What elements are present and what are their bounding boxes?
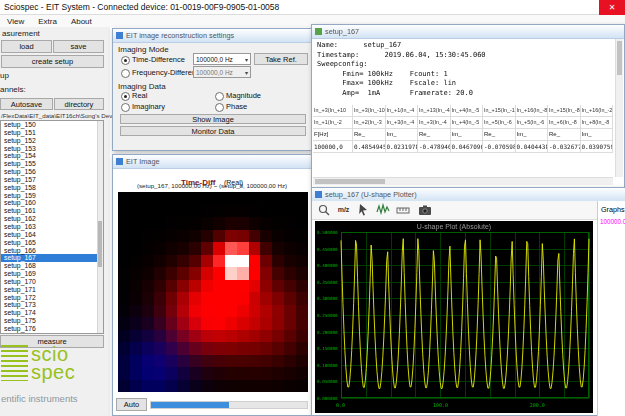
time-difference-label: Time-Difference — [132, 55, 185, 64]
mz-icon[interactable]: m/z — [336, 203, 351, 217]
setup-list-item[interactable]: setup_173 — [1, 301, 103, 309]
measurement-header: asurement — [2, 29, 40, 38]
setup-list-item[interactable]: setup_169 — [1, 270, 103, 278]
camera-icon[interactable] — [418, 203, 433, 217]
setup-list-item[interactable]: setup_168 — [1, 262, 103, 270]
directory-button[interactable]: directory — [54, 98, 104, 110]
phase-radio[interactable] — [215, 103, 224, 112]
magnitude-radio[interactable] — [215, 92, 224, 101]
setup-list-item[interactable]: setup_157 — [1, 176, 103, 184]
table-cell: In_+3(In_-4 — [386, 117, 419, 129]
setup-list-item[interactable]: setup_161 — [1, 207, 103, 215]
table-cell: 100000,0 — [313, 141, 353, 153]
recon-settings-titlebar[interactable]: EIT image reconstruction settings — [113, 29, 311, 43]
setup-list-item[interactable]: setup_167 — [1, 254, 103, 262]
frequency-dropdown-1[interactable]: 100000,0 Hz — [193, 53, 251, 65]
table-cell: 0.04044387 — [516, 141, 549, 153]
setup-list-item[interactable]: setup_170 — [1, 278, 103, 286]
table-cell: Re_ — [548, 129, 581, 141]
setup-list-item[interactable]: setup_175 — [1, 317, 103, 325]
cursor-icon[interactable] — [356, 203, 371, 217]
image-scrollbar[interactable] — [150, 401, 308, 409]
recon-settings-window: EIT image reconstruction settings Imagin… — [112, 28, 312, 151]
channels-label: annels: — [0, 85, 26, 94]
setup-data-window-icon — [315, 28, 322, 35]
table-cell: F[Hz] — [313, 129, 353, 141]
close-icon[interactable]: ✕ — [599, 0, 625, 15]
setup-list-item[interactable]: setup_151 — [1, 129, 103, 137]
setup-list-item[interactable]: setup_159 — [1, 192, 103, 200]
save-button[interactable]: save — [53, 40, 104, 53]
setup-list-item[interactable]: setup_160 — [1, 199, 103, 207]
setup-list-item[interactable]: setup_150 — [1, 121, 103, 129]
setup-list-item[interactable]: setup_155 — [1, 160, 103, 168]
frequency-difference-radio[interactable] — [121, 69, 130, 78]
autosave-button[interactable]: Autosave — [0, 98, 53, 110]
setup-list-scrollbar-thumb[interactable] — [98, 221, 102, 267]
setup-list-item[interactable]: setup_162 — [1, 215, 103, 223]
frequency-value-1: 100000,0 Hz — [196, 56, 233, 63]
setup-data-titlebar[interactable]: setup_167 — [312, 25, 624, 39]
ruler-icon[interactable] — [396, 203, 411, 217]
graphs-panel-title: Graphs — [601, 205, 625, 214]
data-vertical-scrollbar[interactable] — [615, 39, 623, 177]
imaginary-label: Imaginary — [132, 102, 165, 111]
table-cell: In_+16(In_-8 — [516, 105, 549, 117]
waveform-icon[interactable] — [376, 203, 391, 217]
setup-list-item[interactable]: setup_153 — [1, 145, 103, 153]
phase-label: Phase — [226, 102, 247, 111]
table-cell: Re_ — [483, 129, 516, 141]
setup-list-item[interactable]: setup_158 — [1, 184, 103, 192]
create-setup-button[interactable]: create setup — [1, 55, 104, 68]
table-cell: In_+8(In_-8 — [581, 117, 614, 129]
ushape-plot-canvas[interactable] — [315, 221, 593, 413]
setup-list-item[interactable]: setup_171 — [1, 286, 103, 294]
data-horizontal-scrollbar-thumb[interactable] — [315, 179, 385, 184]
graph-series-label[interactable]: 100000.0 Hz — [600, 218, 625, 225]
setup-list-item[interactable]: setup_174 — [1, 309, 103, 317]
ushape-plotter-titlebar[interactable]: setup_167 (U-shape Plotter) — [312, 188, 625, 202]
data-path-label: /FlexData\EIT_data\EIT16ch\Song's Device — [1, 112, 120, 119]
eit-image-window: EIT Image Time-Diff (Real) (setup_167, 1… — [112, 154, 312, 416]
zoom-icon[interactable] — [317, 203, 332, 217]
show-image-button[interactable]: Show Image — [120, 114, 306, 124]
plotter-toolbar: m/z — [312, 201, 597, 220]
data-vertical-scrollbar-thumb[interactable] — [617, 41, 622, 75]
logo-word2: spec — [31, 363, 75, 381]
load-button[interactable]: load — [1, 40, 52, 53]
menu-item-view[interactable]: View — [0, 17, 31, 26]
setup-list-item[interactable]: setup_163 — [1, 223, 103, 231]
table-cell: -0.0705983 — [483, 141, 516, 153]
data-horizontal-scrollbar[interactable] — [313, 177, 613, 185]
recon-settings-title: EIT image reconstruction settings — [126, 31, 234, 40]
take-ref-button[interactable]: Take Ref. — [254, 53, 308, 65]
setup-list-item[interactable]: setup_165 — [1, 239, 103, 247]
table-cell: In_+6(In_-8 — [548, 117, 581, 129]
time-difference-radio[interactable] — [121, 56, 130, 65]
real-radio[interactable] — [121, 92, 130, 101]
table-cell: -0.4789409 — [418, 141, 451, 153]
setup-list-item[interactable]: setup_176 — [1, 325, 103, 333]
table-cell: Im_ — [386, 129, 419, 141]
setup-list-item[interactable]: setup_172 — [1, 294, 103, 302]
frequency-dropdown-2[interactable]: 100000,0 Hz — [193, 66, 251, 78]
setup-list-item[interactable]: setup_152 — [1, 137, 103, 145]
table-cell: -0.0326775 — [548, 141, 581, 153]
eit-image-titlebar[interactable]: EIT Image — [113, 155, 311, 169]
auto-scale-button[interactable]: Auto — [116, 398, 147, 411]
menu-item-about[interactable]: About — [64, 17, 99, 26]
monitor-data-button[interactable]: Monitor Data — [120, 126, 306, 136]
setup-list-item[interactable]: setup_166 — [1, 247, 103, 255]
menu-item-extra[interactable]: Extra — [31, 17, 64, 26]
setup-list-item[interactable]: setup_154 — [1, 152, 103, 160]
setup-list-item[interactable]: setup_164 — [1, 231, 103, 239]
table-cell: In_+3(In_-10 — [353, 105, 386, 117]
setup-list-item[interactable]: setup_156 — [1, 168, 103, 176]
setup-list-scrollbar[interactable] — [97, 121, 103, 333]
magnitude-label: Magnitude — [226, 91, 261, 100]
graphs-panel: Graphs 100000.0 Hz — [597, 201, 625, 416]
table-cell: In_+1(In_-2 — [313, 117, 353, 129]
image-scrollbar-thumb[interactable] — [151, 402, 229, 408]
imaginary-radio[interactable] — [121, 103, 130, 112]
table-cell: In_+4(In_-5 — [451, 117, 484, 129]
